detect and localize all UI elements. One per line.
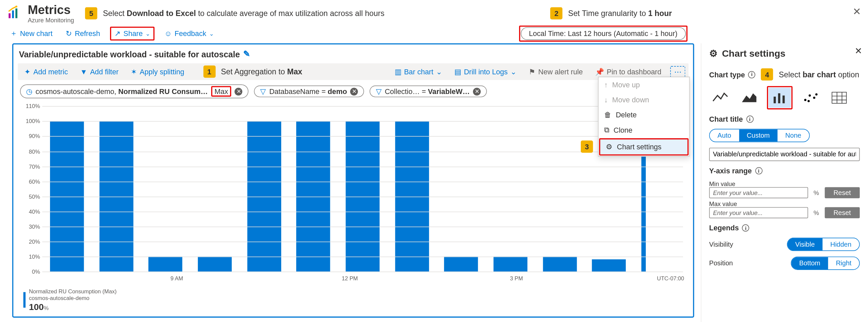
chart-type-grid[interactable] bbox=[828, 88, 850, 108]
logs-icon: ▤ bbox=[454, 68, 461, 76]
svg-point-11 bbox=[813, 97, 815, 99]
x-tick: 9 AM bbox=[170, 275, 183, 281]
alert-icon: ⚑ bbox=[529, 68, 535, 76]
trash-icon: 🗑 bbox=[604, 111, 612, 119]
ctx-move-up[interactable]: ↑Move up bbox=[598, 77, 689, 92]
legend-swatch bbox=[23, 292, 26, 308]
min-value-input[interactable]: Enter your value... bbox=[709, 187, 808, 198]
apply-splitting-button[interactable]: ✶Apply splitting bbox=[127, 66, 187, 78]
chart-type-bar[interactable] bbox=[769, 88, 791, 108]
info-icon[interactable]: i bbox=[742, 225, 750, 232]
gridline bbox=[42, 106, 683, 107]
legend-position-segment[interactable]: Bottom Right bbox=[791, 257, 860, 270]
chart-title-section: Chart titlei bbox=[709, 115, 860, 123]
remove-metric-icon[interactable]: ✕ bbox=[235, 88, 243, 95]
close-icon[interactable]: ✕ bbox=[852, 6, 861, 18]
filter-pill-database[interactable]: ▽ DatabaseName = demo ✕ bbox=[254, 86, 364, 97]
add-metric-button[interactable]: ✦Add metric bbox=[21, 66, 71, 78]
bar[interactable] bbox=[149, 256, 183, 271]
bar[interactable] bbox=[444, 256, 478, 271]
callout-4-text: Select bar chart option bbox=[779, 70, 859, 79]
legend-right[interactable]: Right bbox=[828, 257, 859, 270]
max-value-input[interactable]: Enter your value... bbox=[709, 207, 808, 218]
gridline bbox=[42, 166, 683, 167]
y-tick: 40% bbox=[19, 208, 40, 214]
edit-title-icon[interactable]: ✎ bbox=[243, 49, 250, 59]
pin-to-dashboard-button[interactable]: 📌Pin to dashboard bbox=[592, 66, 665, 78]
pin-icon: 📌 bbox=[595, 68, 604, 76]
legend-value: 100 bbox=[29, 302, 44, 311]
y-tick: 110% bbox=[19, 103, 40, 109]
remove-filter-icon[interactable]: ✕ bbox=[350, 88, 358, 95]
time-range-picker[interactable]: Local Time: Last 12 hours (Automatic - 1… bbox=[520, 27, 685, 40]
legend-hidden[interactable]: Hidden bbox=[823, 238, 859, 251]
gridline bbox=[42, 136, 683, 137]
drill-into-logs-button[interactable]: ▤Drill into Logs⌄ bbox=[451, 66, 520, 78]
gear-icon: ⚙ bbox=[709, 48, 718, 60]
info-icon[interactable]: i bbox=[746, 116, 753, 123]
legend-visible[interactable]: Visible bbox=[787, 238, 822, 251]
legend-scope: cosmos-autoscale-demo bbox=[29, 295, 117, 301]
legend-name: Normalized RU Consumption (Max) bbox=[29, 288, 117, 295]
chevron-down-icon: ⌄ bbox=[146, 30, 150, 36]
filter-icon: ▽ bbox=[376, 87, 382, 96]
chart-type-line[interactable] bbox=[709, 88, 732, 108]
svg-rect-5 bbox=[774, 97, 776, 103]
refresh-button[interactable]: ↻ Refresh bbox=[62, 28, 103, 39]
chart-context-menu: ↑Move up ↓Move down 🗑Delete ⧉Clone 3 ⚙Ch… bbox=[598, 77, 690, 157]
ctx-delete[interactable]: 🗑Delete bbox=[598, 107, 689, 122]
add-filter-button[interactable]: ▼Add filter bbox=[77, 66, 122, 78]
percent-label: % bbox=[811, 210, 821, 216]
y-tick: 50% bbox=[19, 193, 40, 199]
remove-filter-icon[interactable]: ✕ bbox=[473, 88, 481, 95]
share-button[interactable]: ↗ Share ⌄ bbox=[110, 27, 154, 41]
info-icon[interactable]: i bbox=[748, 71, 755, 78]
settings-header: ⚙ Chart settings bbox=[709, 48, 860, 60]
title-mode-custom[interactable]: Custom bbox=[739, 130, 778, 142]
max-value-label: Max value bbox=[709, 201, 860, 207]
reset-min-button[interactable]: Reset bbox=[825, 187, 860, 198]
more-options-button[interactable]: ⋯ bbox=[670, 66, 685, 78]
ctx-clone[interactable]: ⧉Clone bbox=[598, 122, 689, 138]
title-mode-none[interactable]: None bbox=[778, 130, 809, 142]
bar[interactable] bbox=[592, 259, 626, 271]
legend-visibility-segment[interactable]: Visible Hidden bbox=[787, 238, 860, 251]
bar[interactable] bbox=[198, 256, 232, 271]
title-mode-auto[interactable]: Auto bbox=[710, 130, 739, 142]
chart-type-button[interactable]: ▥Bar chart⌄ bbox=[391, 66, 446, 78]
y-tick: 90% bbox=[19, 133, 40, 139]
chart-type-scatter[interactable] bbox=[799, 88, 822, 108]
filter-icon: ▽ bbox=[260, 87, 266, 96]
chart-type-area[interactable] bbox=[738, 88, 760, 108]
chart-plot-area[interactable]: 9 AM 12 PM 3 PM UTC-07:00 110%100%90%80%… bbox=[19, 103, 687, 285]
gridline bbox=[42, 181, 683, 182]
timezone-label: UTC-07:00 bbox=[657, 275, 684, 281]
title-mode-segment[interactable]: Auto Custom None bbox=[709, 129, 810, 142]
new-alert-rule-button[interactable]: ⚑New alert rule bbox=[525, 66, 586, 78]
chart-title-input[interactable] bbox=[709, 148, 860, 161]
metric-pill[interactable]: ◷ cosmos-autoscale-demo, Normalized RU C… bbox=[20, 85, 249, 99]
reset-max-button[interactable]: Reset bbox=[825, 207, 860, 218]
chart-legend[interactable]: Normalized RU Consumption (Max) cosmos-a… bbox=[13, 287, 693, 317]
sparkle-icon: ✦ bbox=[24, 68, 30, 76]
legend-bottom[interactable]: Bottom bbox=[791, 257, 828, 270]
callout-2-text: Set Time granularity to 1 hour bbox=[568, 9, 672, 18]
info-icon[interactable]: i bbox=[755, 167, 762, 175]
callout-4-badge: 4 bbox=[761, 68, 773, 80]
ctx-move-down[interactable]: ↓Move down bbox=[598, 92, 689, 107]
gridline bbox=[42, 272, 683, 272]
feedback-button[interactable]: ☺ Feedback ⌄ bbox=[161, 28, 217, 39]
svg-point-3 bbox=[16, 6, 17, 8]
legends-section: Legendsi bbox=[709, 224, 860, 232]
bar[interactable] bbox=[543, 256, 577, 271]
callout-5-text: Select Download to Excel to calculate av… bbox=[103, 9, 384, 18]
filter-pill-collection[interactable]: ▽ Collectio… = VariableW… ✕ bbox=[370, 86, 487, 97]
aggregation-value: Max bbox=[211, 86, 231, 97]
percent-label: % bbox=[811, 190, 821, 196]
chevron-down-icon: ⌄ bbox=[209, 30, 214, 36]
chart-type-label: Chart typei bbox=[709, 70, 755, 79]
new-chart-button[interactable]: ＋ New chart bbox=[7, 27, 56, 40]
ctx-chart-settings[interactable]: ⚙Chart settings bbox=[599, 138, 688, 156]
close-settings-icon[interactable]: ✕ bbox=[855, 46, 862, 56]
bar[interactable] bbox=[494, 256, 528, 271]
